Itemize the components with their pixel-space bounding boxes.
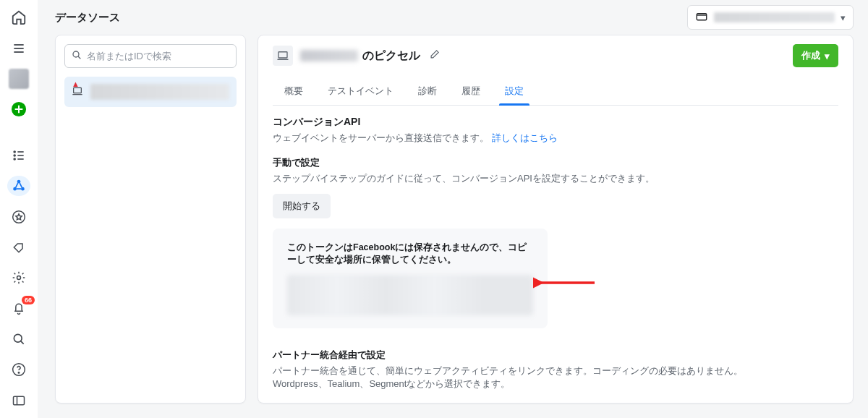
bell-icon[interactable]: 66 <box>7 299 30 319</box>
search-nav-icon[interactable] <box>7 329 30 349</box>
svg-point-15 <box>14 334 22 342</box>
svg-rect-21 <box>697 14 707 20</box>
partner-setup-line1: パートナー統合を通じて、簡単にウェブアクティビティをリンクできます。コーディング… <box>273 364 824 378</box>
tab-history[interactable]: 履歴 <box>450 77 492 105</box>
content-row: ▲ のピクセル <box>38 35 868 418</box>
main-header: のピクセル 作成 ▾ 概要 テストイベント 診断 履歴 設定 <box>258 35 853 106</box>
topbar: データソース ▾ <box>38 0 868 35</box>
search-icon <box>71 49 82 63</box>
page-title: データソース <box>55 11 120 25</box>
conversion-api-desc: ウェブイベントをサーバーから直接送信できます。 詳しくはこちら <box>273 132 824 145</box>
conversion-api-heading: コンバージョンAPI <box>273 116 824 129</box>
tab-settings[interactable]: 設定 <box>493 77 535 105</box>
tab-test-events[interactable]: テストイベント <box>316 77 405 105</box>
data-source-item[interactable]: ▲ <box>64 77 237 107</box>
main-scroll[interactable]: コンバージョンAPI ウェブイベントをサーバーから直接送信できます。 詳しくはこ… <box>258 106 853 403</box>
token-warning: このトークンはFacebookには保存されませんので、コピーして安全な場所に保管… <box>287 242 533 266</box>
search-box[interactable] <box>64 44 237 68</box>
account-picker[interactable]: ▾ <box>687 5 854 30</box>
token-value-redacted[interactable] <box>287 275 533 315</box>
partner-setup-line2: Wordpress、Tealium、Segmentなどから選択できます。 <box>273 378 824 391</box>
pixel-name-redacted <box>300 50 358 61</box>
pixel-badge-icon <box>695 11 708 24</box>
title-row: のピクセル 作成 ▾ <box>273 44 838 67</box>
star-icon[interactable] <box>7 206 30 226</box>
share-icon[interactable] <box>7 176 30 196</box>
help-icon[interactable] <box>7 359 30 380</box>
svg-point-5 <box>14 155 15 156</box>
edit-pencil-icon[interactable] <box>427 48 441 64</box>
data-source-name-redacted <box>90 84 229 100</box>
main-panel: のピクセル 作成 ▾ 概要 テストイベント 診断 履歴 設定 <box>258 35 854 404</box>
svg-line-16 <box>21 341 24 344</box>
svg-rect-19 <box>14 396 25 405</box>
conversion-api-desc-text: ウェブイベントをサーバーから直接送信できます。 <box>273 132 489 143</box>
tabs: 概要 テストイベント 診断 履歴 設定 <box>273 77 838 106</box>
account-name-redacted <box>714 12 835 22</box>
left-nav-rail: 66 <box>0 0 38 418</box>
settings-icon[interactable] <box>7 268 30 288</box>
data-sources-sidebar: ▲ <box>55 35 246 404</box>
svg-point-23 <box>73 51 79 57</box>
tab-diagnostics[interactable]: 診断 <box>407 77 448 105</box>
menu-icon[interactable] <box>7 38 30 58</box>
start-button[interactable]: 開始する <box>273 194 331 218</box>
pixel-title-suffix: のピクセル <box>362 48 420 64</box>
warning-icon: ▲ <box>72 80 80 88</box>
tab-overview[interactable]: 概要 <box>273 77 315 105</box>
notification-badge: 66 <box>22 296 35 304</box>
create-button-label: 作成 <box>801 49 820 62</box>
svg-point-6 <box>14 158 15 160</box>
svg-point-10 <box>17 180 21 184</box>
manual-setup-heading: 手動で設定 <box>273 156 824 169</box>
home-icon[interactable] <box>7 7 30 27</box>
list-icon[interactable] <box>7 145 30 166</box>
chevron-down-icon: ▾ <box>825 51 830 61</box>
search-input[interactable] <box>87 51 230 61</box>
avatar[interactable] <box>7 69 30 89</box>
plus-icon[interactable] <box>7 99 30 119</box>
svg-point-4 <box>14 151 15 153</box>
token-box: このトークンはFacebookには保存されませんので、コピーして安全な場所に保管… <box>273 229 548 328</box>
sidebar-toggle-icon[interactable] <box>7 391 30 411</box>
svg-rect-27 <box>278 52 287 58</box>
chevron-down-icon: ▾ <box>841 12 846 23</box>
partner-setup-heading: パートナー統合経由で設定 <box>273 349 824 362</box>
svg-point-14 <box>17 276 21 280</box>
laptop-icon <box>273 46 293 66</box>
page: データソース ▾ ▲ <box>38 0 868 418</box>
manual-setup-desc: ステップバイステップのガイドに従って、コンバージョンAPIを設定することができま… <box>273 172 824 185</box>
svg-point-18 <box>18 372 20 374</box>
svg-line-24 <box>78 56 80 59</box>
svg-rect-25 <box>74 88 82 93</box>
tag-icon[interactable] <box>7 237 30 257</box>
create-button[interactable]: 作成 ▾ <box>793 44 838 67</box>
learn-more-link[interactable]: 詳しくはこちら <box>492 132 558 143</box>
